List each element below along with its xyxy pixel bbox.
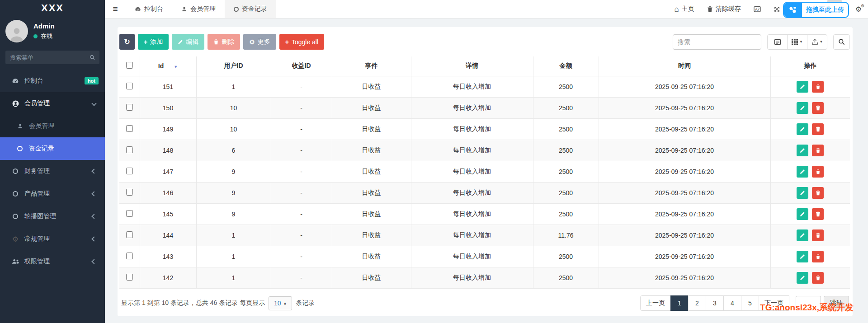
row-edit-button[interactable] xyxy=(797,208,808,220)
cell-select xyxy=(119,225,140,246)
tab-member-management[interactable]: 会员管理 xyxy=(172,0,225,18)
refresh-button[interactable]: ↻ xyxy=(119,34,135,50)
top-navbar: ≡ 控制台 会员管理 资金记录 ⌂ 主页 xyxy=(105,0,868,19)
row-checkbox[interactable] xyxy=(126,104,133,111)
row-edit-button[interactable] xyxy=(797,145,808,156)
row-delete-button[interactable] xyxy=(812,251,824,262)
admin-settings-button[interactable]: ⚙⚙ xyxy=(855,5,862,14)
cell-amount: 2500 xyxy=(533,97,599,118)
delete-button[interactable]: 删除 xyxy=(208,34,240,50)
card-view-button[interactable] xyxy=(767,34,788,50)
trash-icon xyxy=(816,275,821,281)
tab-label: 会员管理 xyxy=(190,5,216,13)
menu-search-input[interactable] xyxy=(10,54,90,61)
page-button-1[interactable]: 1 xyxy=(670,295,689,311)
add-button[interactable]: + 添加 xyxy=(138,34,169,50)
more-button[interactable]: ⚙ 更多 xyxy=(243,34,276,50)
row-checkbox[interactable] xyxy=(126,210,133,217)
row-delete-button[interactable] xyxy=(812,229,824,241)
cell-actions xyxy=(770,161,850,182)
fullscreen-button[interactable] xyxy=(774,6,780,13)
prev-page-button[interactable]: 上一页 xyxy=(640,295,671,311)
row-delete-button[interactable] xyxy=(812,81,824,93)
circle-icon xyxy=(10,169,21,174)
search-submit-button[interactable] xyxy=(833,34,850,50)
row-edit-button[interactable] xyxy=(797,102,808,114)
export-button[interactable]: ▼ xyxy=(807,34,827,50)
pencil-icon xyxy=(800,211,805,217)
edit-button[interactable]: 编辑 xyxy=(172,34,204,50)
select-all-header[interactable] xyxy=(119,56,140,76)
sidebar-item-permission-management[interactable]: 权限管理 xyxy=(0,250,105,273)
row-checkbox[interactable] xyxy=(126,83,133,89)
cell-detail: 每日收入增加 xyxy=(411,118,533,140)
sidebar-subitem-members[interactable]: 会员管理 xyxy=(0,115,105,137)
row-edit-button[interactable] xyxy=(797,272,808,284)
row-delete-button[interactable] xyxy=(812,102,824,114)
cell-time: 2025-09-25 07:16:20 xyxy=(599,76,770,97)
tab-dashboard[interactable]: 控制台 xyxy=(126,0,172,18)
sidebar-item-dashboard[interactable]: 控制台 hot xyxy=(0,70,105,92)
sidebar-item-member-management[interactable]: 会员管理 xyxy=(0,92,105,115)
cell-income-id: - xyxy=(271,140,332,161)
clear-cache-link[interactable]: 清除缓存 xyxy=(707,5,741,13)
cell-time: 2025-09-25 07:16:20 xyxy=(599,246,770,267)
row-edit-button[interactable] xyxy=(797,123,808,135)
row-checkbox[interactable] xyxy=(126,274,133,281)
sidebar-item-general-settings[interactable]: ⚙ 常规管理 xyxy=(0,228,105,250)
sidebar-item-product-management[interactable]: 产品管理 xyxy=(0,183,105,205)
pencil-icon xyxy=(800,254,805,259)
sidebar-item-finance-management[interactable]: 财务管理 xyxy=(0,160,105,183)
row-delete-button[interactable] xyxy=(812,208,824,220)
toggle-all-button[interactable]: + Toggle all xyxy=(279,34,324,50)
row-checkbox[interactable] xyxy=(126,146,133,153)
caret-down-icon: ▼ xyxy=(820,40,823,44)
cell-user-id: 1 xyxy=(196,225,271,246)
cell-actions xyxy=(770,225,850,246)
row-delete-button[interactable] xyxy=(812,123,824,135)
cell-id: 144 xyxy=(140,225,196,246)
row-edit-button[interactable] xyxy=(797,81,808,93)
row-delete-button[interactable] xyxy=(812,272,824,284)
content-area: ↻ + 添加 编辑 删除 ⚙ 更多 xyxy=(105,19,868,323)
row-delete-button[interactable] xyxy=(812,166,824,178)
cell-event: 日收益 xyxy=(332,182,411,203)
upload-dropzone[interactable]: 拖拽至此上传 xyxy=(783,2,849,18)
tab-fund-records[interactable]: 资金记录 xyxy=(225,0,276,18)
hamburger-icon[interactable]: ≡ xyxy=(105,0,126,18)
sidebar-subitem-fund-records[interactable]: 资金记录 xyxy=(0,137,105,160)
row-delete-button[interactable] xyxy=(812,187,824,199)
trash-icon xyxy=(816,126,821,132)
header-id[interactable]: Id▼ xyxy=(140,56,196,76)
select-all-checkbox[interactable] xyxy=(126,62,133,69)
row-checkbox[interactable] xyxy=(126,125,133,132)
page-size-dropdown[interactable]: 10 ▲ xyxy=(269,296,292,310)
page-button-4[interactable]: 4 xyxy=(723,295,741,311)
circle-icon xyxy=(10,214,21,219)
menu-search[interactable] xyxy=(5,51,99,64)
row-checkbox[interactable] xyxy=(126,253,133,259)
row-delete-button[interactable] xyxy=(812,145,824,156)
row-checkbox[interactable] xyxy=(126,168,133,174)
translate-button[interactable]: A xyxy=(754,5,761,13)
tab-label: 控制台 xyxy=(144,5,163,13)
cell-event: 日收益 xyxy=(332,97,411,118)
row-checkbox[interactable] xyxy=(126,231,133,238)
row-edit-button[interactable] xyxy=(797,166,808,178)
page-button-5[interactable]: 5 xyxy=(741,295,759,311)
watermark-text: TG:anonsl23x,系统开发 xyxy=(760,302,854,314)
trash-icon xyxy=(707,6,713,12)
cell-income-id: - xyxy=(271,76,332,97)
page-button-3[interactable]: 3 xyxy=(706,295,724,311)
home-link[interactable]: ⌂ 主页 xyxy=(674,5,694,13)
columns-button[interactable]: ▼ xyxy=(787,34,807,50)
row-edit-button[interactable] xyxy=(797,251,808,262)
sidebar-item-label: 产品管理 xyxy=(24,190,50,198)
row-edit-button[interactable] xyxy=(797,229,808,241)
sidebar-item-banner-management[interactable]: 轮播图管理 xyxy=(0,205,105,228)
cell-select xyxy=(119,182,140,203)
table-search-input[interactable] xyxy=(673,34,761,50)
row-checkbox[interactable] xyxy=(126,189,133,196)
row-edit-button[interactable] xyxy=(797,187,808,199)
page-button-2[interactable]: 2 xyxy=(688,295,706,311)
